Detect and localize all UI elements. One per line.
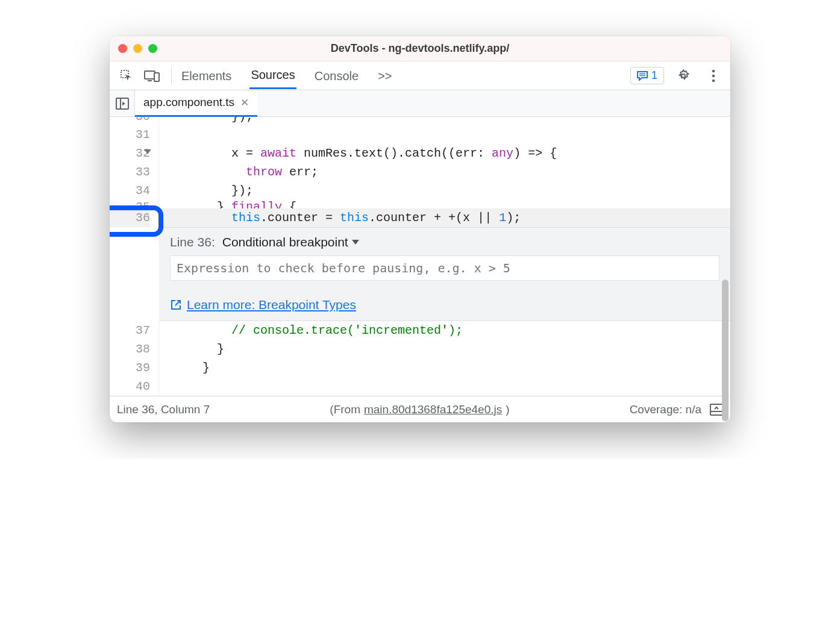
inspect-element-icon[interactable] [116, 65, 137, 87]
device-toolbar-icon[interactable] [141, 65, 163, 87]
fold-icon[interactable] [144, 149, 151, 154]
code-line[interactable]: }); [159, 181, 730, 200]
line-number[interactable]: 30 [110, 117, 150, 125]
chevron-down-icon [352, 240, 359, 245]
source-file-link[interactable]: main.80d1368fa125e4e0.js [364, 403, 502, 416]
svg-line-12 [175, 301, 180, 305]
toolbar-separator [171, 67, 172, 84]
issues-count: 1 [651, 69, 657, 82]
line-number[interactable]: 40 [110, 377, 150, 396]
bp-line-label: Line 36: [170, 235, 215, 249]
bp-type-dropdown[interactable]: Conditional breakpoint [222, 235, 359, 249]
line-number[interactable]: 37 [110, 321, 150, 340]
tab-sources[interactable]: Sources [249, 62, 296, 89]
bp-expression-input[interactable] [170, 255, 719, 281]
svg-rect-13 [710, 404, 722, 415]
filetab-name: app.component.ts [143, 96, 234, 109]
panel-tabs: Elements Sources Console >> [180, 62, 627, 89]
line-number[interactable]: 35 [110, 200, 150, 208]
filetab-app-component[interactable]: app.component.ts ✕ [135, 90, 257, 117]
svg-rect-3 [154, 73, 159, 81]
svg-point-7 [712, 69, 715, 72]
settings-icon[interactable] [672, 65, 694, 87]
close-filetab-icon[interactable]: ✕ [240, 96, 249, 109]
breakpoint-editor: Line 36: Conditional breakpoint Learn mo… [159, 227, 730, 321]
code-area[interactable]: }); x = await numRes.text().catch((err: … [159, 117, 730, 227]
code-line[interactable] [159, 125, 730, 144]
code-line[interactable]: // console.trace('incremented'); [159, 321, 730, 340]
line-number[interactable]: 38 [110, 340, 150, 358]
scrollbar-thumb[interactable] [722, 280, 729, 421]
code-line[interactable]: } [159, 340, 730, 358]
chat-icon [637, 71, 648, 81]
drawer-toggle-icon[interactable] [710, 404, 723, 416]
line-number[interactable]: 33 [110, 163, 150, 181]
tab-console[interactable]: Console [313, 63, 360, 89]
line-number[interactable]: 36 [110, 208, 150, 227]
svg-rect-1 [145, 71, 155, 79]
devtools-window: DevTools - ng-devtools.netlify.app/ Elem… [110, 36, 730, 422]
line-number[interactable]: 39 [110, 358, 150, 377]
tab-elements[interactable]: Elements [180, 63, 233, 89]
file-tabs: app.component.ts ✕ [110, 90, 730, 117]
titlebar: DevTools - ng-devtools.netlify.app/ [110, 36, 730, 61]
code-line[interactable]: this.counter = this.counter + +(x || 1); [159, 208, 730, 227]
line-number[interactable]: 34 [110, 181, 150, 200]
line-gutter[interactable]: 37383940 [110, 321, 159, 396]
coverage-status: Coverage: n/a [630, 403, 701, 416]
source-origin: (From main.80d1368fa125e4e0.js ) [330, 403, 509, 416]
code-line[interactable]: } finally { [159, 200, 730, 208]
line-number[interactable]: 31 [110, 125, 150, 144]
line-number[interactable]: 32 [110, 144, 150, 163]
cursor-position: Line 36, Column 7 [117, 403, 210, 416]
code-line[interactable] [159, 377, 730, 396]
navigator-toggle-icon[interactable] [110, 90, 135, 117]
issues-badge[interactable]: 1 [630, 67, 664, 84]
svg-point-8 [712, 74, 715, 77]
code-line[interactable]: }); [159, 117, 730, 125]
code-line[interactable]: } [159, 358, 730, 377]
line-gutter[interactable]: 30313233343536 [110, 117, 159, 227]
more-menu-icon[interactable] [703, 65, 724, 87]
code-line[interactable]: x = await numRes.text().catch((err: any)… [159, 144, 730, 163]
editor: 30313233343536 }); x = await numRes.text… [110, 117, 730, 396]
window-title: DevTools - ng-devtools.netlify.app/ [110, 42, 730, 55]
tab-overflow[interactable]: >> [377, 63, 393, 89]
code-area[interactable]: // console.trace('incremented'); } } [159, 321, 730, 396]
bp-learn-more[interactable]: Learn more: Breakpoint Types [159, 298, 730, 312]
svg-point-9 [712, 79, 715, 82]
statusbar: Line 36, Column 7 (From main.80d1368fa12… [110, 396, 730, 422]
code-line[interactable]: throw err; [159, 163, 730, 181]
external-link-icon [170, 299, 182, 311]
main-toolbar: Elements Sources Console >> 1 [110, 61, 730, 90]
